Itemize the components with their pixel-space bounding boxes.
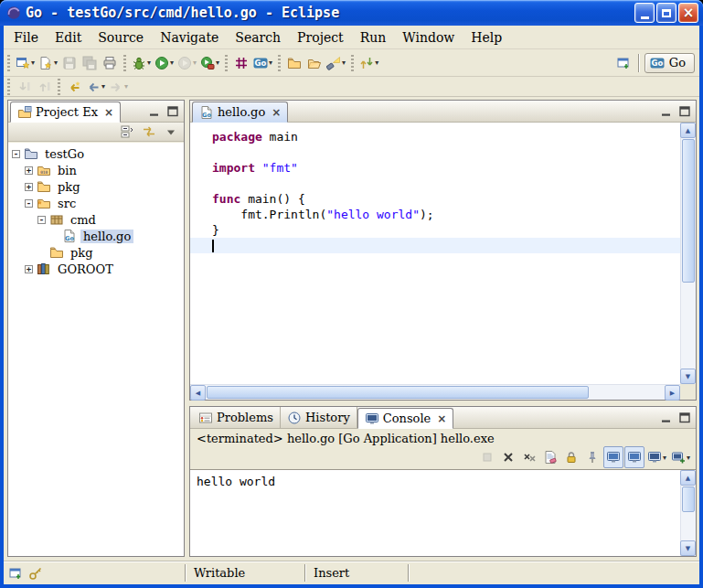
toolbar-handle[interactable]: [277, 55, 281, 71]
view-menu-button[interactable]: [161, 123, 181, 141]
code-line-1[interactable]: package main: [190, 129, 680, 144]
display-selected-console-button[interactable]: ▾: [645, 446, 668, 468]
tab-history[interactable]: History: [281, 407, 357, 428]
tree-expander-icon[interactable]: -: [25, 199, 33, 208]
tree-item-pkg[interactable]: +pkg: [8, 178, 184, 195]
console-output-text[interactable]: hello world: [190, 470, 680, 556]
minimize-button[interactable]: [634, 3, 655, 23]
scroll-lock-button[interactable]: [561, 446, 581, 468]
scroll-down-icon[interactable]: ▼: [680, 369, 696, 384]
new-go-app-button[interactable]: [231, 52, 251, 74]
dropdown-arrow-icon[interactable]: ▾: [216, 59, 219, 67]
scrollbar-thumb[interactable]: [682, 486, 695, 512]
menu-run[interactable]: Run: [352, 27, 395, 48]
menu-source[interactable]: Source: [90, 27, 152, 48]
back-button[interactable]: ▾: [84, 78, 107, 96]
collapse-all-button[interactable]: [117, 123, 137, 141]
title-bar[interactable]: Go - testGo/src/cmd/hello.go - Eclipse ×: [0, 0, 703, 26]
minimize-view-button[interactable]: [657, 410, 675, 425]
code-line-6[interactable]: fmt.Println("hello world");: [190, 207, 680, 222]
show-console-on-stderr-button[interactable]: [624, 446, 644, 468]
editor-body[interactable]: package mainimport "fmt"func main() { fm…: [190, 123, 696, 400]
fast-view-icon[interactable]: [8, 566, 23, 581]
tree-item-hello-go[interactable]: Gohello.go: [8, 228, 184, 244]
open-console-button[interactable]: ▾: [669, 446, 692, 468]
menu-navigate[interactable]: Navigate: [152, 27, 227, 48]
dropdown-arrow-icon[interactable]: ▾: [101, 82, 105, 91]
scroll-right-icon[interactable]: ▶: [665, 385, 680, 401]
maximize-view-button[interactable]: [676, 410, 693, 425]
show-console-on-stdout-button[interactable]: [603, 446, 623, 468]
code-line-5[interactable]: func main() {: [190, 191, 680, 207]
link-with-editor-button[interactable]: [139, 123, 159, 141]
console-output[interactable]: hello world ▲ ▼: [190, 469, 696, 556]
dropdown-arrow-icon[interactable]: ▾: [147, 59, 151, 67]
open-resource-button[interactable]: [284, 52, 304, 74]
go-wizards-button[interactable]: Go▾: [251, 52, 274, 74]
tab-problems[interactable]: Problems: [192, 407, 281, 428]
clear-console-button[interactable]: [540, 446, 560, 468]
dropdown-arrow-icon[interactable]: ▾: [193, 59, 197, 67]
scrollbar-thumb[interactable]: [207, 386, 589, 399]
close-tab-icon[interactable]: ×: [104, 106, 113, 119]
toolbar-handle[interactable]: [122, 55, 126, 71]
minimize-view-button[interactable]: [145, 103, 163, 119]
close-tab-icon[interactable]: ×: [272, 106, 281, 119]
dropdown-arrow-icon[interactable]: ▾: [170, 59, 174, 67]
toolbar-handle[interactable]: [350, 55, 354, 71]
console-vertical-scrollbar[interactable]: ▲ ▼: [680, 470, 696, 556]
code-line-7[interactable]: }: [190, 222, 680, 238]
toolbar-handle[interactable]: [224, 55, 228, 71]
tree-expander-icon[interactable]: -: [37, 216, 46, 224]
tree-item-src[interactable]: -src: [8, 195, 184, 211]
dropdown-arrow-icon[interactable]: ▾: [54, 59, 58, 67]
remove-all-terminated-button[interactable]: [519, 446, 539, 468]
scroll-left-icon[interactable]: ◀: [190, 385, 206, 401]
maximize-button[interactable]: [656, 3, 676, 23]
maximize-view-button[interactable]: [164, 103, 181, 119]
tab-project-explorer[interactable]: Project Ex ×: [10, 102, 121, 123]
run-button[interactable]: ▾: [153, 52, 176, 74]
code-line-3[interactable]: import "fmt": [190, 160, 680, 176]
go-perspective-button[interactable]: Go Go: [644, 53, 695, 73]
menu-help[interactable]: Help: [463, 27, 510, 48]
close-button[interactable]: ×: [678, 3, 698, 23]
menu-edit[interactable]: Edit: [47, 27, 90, 48]
code-line-8[interactable]: [190, 238, 680, 253]
tree-item-pkg[interactable]: pkg: [8, 244, 184, 261]
scroll-down-icon[interactable]: ▼: [680, 540, 696, 556]
last-edit-location-button[interactable]: [64, 78, 84, 96]
tree-expander-icon[interactable]: +: [25, 183, 33, 191]
menu-file[interactable]: File: [5, 27, 47, 48]
menu-window[interactable]: Window: [394, 27, 463, 48]
code-line-4[interactable]: [190, 176, 680, 191]
launch-shortcut-icon[interactable]: [28, 566, 43, 581]
new-go-element-button[interactable]: ▾: [37, 52, 59, 74]
close-tab-icon[interactable]: ×: [437, 412, 446, 425]
dropdown-arrow-icon[interactable]: ▾: [124, 82, 128, 91]
tree-item-bin[interactable]: +010bin: [8, 162, 184, 178]
dropdown-arrow-icon[interactable]: ▾: [31, 59, 35, 67]
scroll-up-icon[interactable]: ▲: [680, 123, 696, 138]
open-perspective-button[interactable]: [613, 52, 634, 74]
dropdown-arrow-icon[interactable]: ▾: [663, 454, 666, 462]
search-button[interactable]: ▾: [325, 52, 347, 74]
tree-expander-icon[interactable]: +: [25, 166, 33, 175]
tree-expander-icon[interactable]: -: [12, 150, 20, 158]
code-line-2[interactable]: [190, 144, 680, 160]
tab-hello-go[interactable]: Go hello.go ×: [192, 102, 288, 123]
menu-search[interactable]: Search: [227, 27, 289, 48]
editor-horizontal-scrollbar[interactable]: ◀ ▶: [190, 384, 680, 400]
remove-launch-button[interactable]: [498, 446, 518, 468]
dropdown-arrow-icon[interactable]: ▾: [375, 59, 378, 67]
maximize-view-button[interactable]: [676, 103, 693, 119]
open-project-button[interactable]: [304, 52, 325, 74]
print-button[interactable]: [100, 52, 120, 74]
new-wizard-button[interactable]: ▾: [14, 52, 37, 74]
scrollbar-thumb[interactable]: [682, 139, 695, 283]
tree-item-testgo[interactable]: -testGo: [8, 145, 184, 162]
toolbar-handle[interactable]: [6, 55, 10, 71]
external-tools-button[interactable]: ▾: [198, 52, 221, 74]
editor-vertical-scrollbar[interactable]: ▲ ▼: [680, 123, 696, 384]
tree-item-cmd[interactable]: -cmd: [8, 211, 184, 228]
